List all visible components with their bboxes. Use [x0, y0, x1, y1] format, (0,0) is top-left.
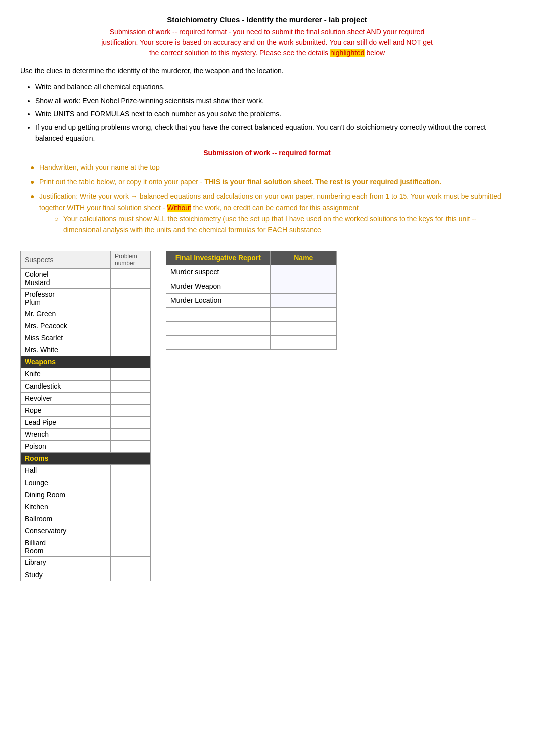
colonel-mustard-value[interactable]	[111, 268, 151, 288]
candlestick-label: Candlestick	[21, 380, 111, 392]
billiard-room-value[interactable]	[111, 537, 151, 556]
table-row: Lounge	[21, 477, 151, 489]
conservatory-label: Conservatory	[21, 525, 111, 537]
knife-label: Knife	[21, 368, 111, 380]
table-row: Kitchen	[21, 501, 151, 513]
rooms-section-header: Rooms	[21, 452, 151, 464]
library-value[interactable]	[111, 556, 151, 569]
table-row: Rope	[21, 404, 151, 416]
table-row: Dining Room	[21, 489, 151, 501]
murder-location-label: Murder Location	[166, 293, 271, 307]
ballroom-label: Ballroom	[21, 513, 111, 525]
colored-item-3: Justification: Write your work → balance…	[30, 191, 514, 236]
table-row: ProfessorPlum	[21, 288, 151, 308]
miss-scarlet-label: Miss Scarlet	[21, 332, 111, 344]
table-row-empty-1	[166, 307, 337, 321]
instruction-item-3: Write UNITS and FORMULAS next to each nu…	[35, 108, 514, 119]
rope-label: Rope	[21, 404, 111, 416]
table-row: Miss Scarlet	[21, 332, 151, 344]
murder-weapon-label: Murder Weapon	[166, 279, 271, 293]
page-title: Stoichiometry Clues - Identify the murde…	[20, 15, 514, 24]
poison-label: Poison	[21, 440, 111, 452]
without-highlight: Without	[167, 204, 191, 212]
table-row: Hall	[21, 464, 151, 477]
mrs-white-value[interactable]	[111, 344, 151, 356]
intro-text: Use the clues to determine the identity …	[20, 65, 514, 76]
left-table: Suspects Problem number ColonelMustard P…	[20, 251, 151, 581]
poison-value[interactable]	[111, 440, 151, 452]
instruction-item-2: Show all work: Even Nobel Prize-winning …	[35, 95, 514, 106]
suspects-weapons-rooms-table: Suspects Problem number ColonelMustard P…	[20, 251, 151, 581]
suspects-col-header: Suspects	[21, 251, 111, 268]
table-row: Murder Weapon	[166, 279, 337, 293]
empty-cell-4	[270, 321, 336, 335]
table-row: Ballroom	[21, 513, 151, 525]
empty-cell-2	[270, 307, 336, 321]
table-row: Library	[21, 556, 151, 569]
lead-pipe-label: Lead Pipe	[21, 416, 111, 428]
murder-suspect-input[interactable]	[270, 265, 336, 279]
lounge-label: Lounge	[21, 477, 111, 489]
miss-scarlet-value[interactable]	[111, 332, 151, 344]
billiard-room-label: BilliardRoom	[21, 537, 111, 556]
mrs-peacock-value[interactable]	[111, 320, 151, 332]
table-row: Poison	[21, 440, 151, 452]
table-row: Mrs. Peacock	[21, 320, 151, 332]
table-row-empty-3	[166, 335, 337, 349]
study-value[interactable]	[111, 569, 151, 581]
table-row: Wrench	[21, 428, 151, 440]
professor-plum-value[interactable]	[111, 288, 151, 308]
table-row: BilliardRoom	[21, 537, 151, 556]
dining-room-label: Dining Room	[21, 489, 111, 501]
mrs-white-label: Mrs. White	[21, 344, 111, 356]
library-label: Library	[21, 556, 111, 569]
instruction-list: Write and balance all chemical equations…	[35, 81, 514, 144]
right-table: Final Investigative Report Name Murder s…	[166, 251, 337, 350]
table-row: Revolver	[21, 392, 151, 404]
name-col-header: Name	[270, 251, 336, 265]
submission-note: Submission of work -- required format - …	[20, 27, 514, 58]
dining-room-value[interactable]	[111, 489, 151, 501]
candlestick-value[interactable]	[111, 380, 151, 392]
conservatory-value[interactable]	[111, 525, 151, 537]
colored-instruction-list: Handwritten, with your name at the top P…	[30, 162, 514, 235]
mr-green-value[interactable]	[111, 308, 151, 320]
submission-format-label: Submission of work -- required format	[20, 149, 514, 157]
rope-value[interactable]	[111, 404, 151, 416]
knife-value[interactable]	[111, 368, 151, 380]
table-row-empty-2	[166, 321, 337, 335]
murder-suspect-label: Murder suspect	[166, 265, 271, 279]
weapons-section-header: Weapons	[21, 356, 151, 368]
colonel-mustard-label: ColonelMustard	[21, 268, 111, 288]
hall-value[interactable]	[111, 464, 151, 477]
ballroom-value[interactable]	[111, 513, 151, 525]
empty-cell-1	[166, 307, 271, 321]
instruction-item-1: Write and balance all chemical equations…	[35, 81, 514, 92]
empty-cell-3	[166, 321, 271, 335]
lounge-value[interactable]	[111, 477, 151, 489]
table-row: Murder suspect	[166, 265, 337, 279]
sub-bullet-item-1: Your calculations must show ALL the stoi…	[54, 213, 514, 236]
empty-cell-5	[166, 335, 271, 349]
tables-section: Suspects Problem number ColonelMustard P…	[20, 251, 514, 581]
table-row: Knife	[21, 368, 151, 380]
wrench-label: Wrench	[21, 428, 111, 440]
study-label: Study	[21, 569, 111, 581]
table-row: ColonelMustard	[21, 268, 151, 288]
professor-plum-label: ProfessorPlum	[21, 288, 111, 308]
report-col-header: Final Investigative Report	[166, 251, 271, 265]
murder-weapon-input[interactable]	[270, 279, 336, 293]
colored-item-2: Print out the table below, or copy it on…	[30, 176, 514, 187]
lead-pipe-value[interactable]	[111, 416, 151, 428]
table-row: Candlestick	[21, 380, 151, 392]
table-row: Murder Location	[166, 293, 337, 307]
instruction-item-4: If you end up getting problems wrong, ch…	[35, 122, 514, 144]
revolver-value[interactable]	[111, 392, 151, 404]
investigative-report-table: Final Investigative Report Name Murder s…	[166, 251, 337, 350]
revolver-label: Revolver	[21, 392, 111, 404]
kitchen-label: Kitchen	[21, 501, 111, 513]
kitchen-value[interactable]	[111, 501, 151, 513]
murder-location-input[interactable]	[270, 293, 336, 307]
mrs-peacock-label: Mrs. Peacock	[21, 320, 111, 332]
wrench-value[interactable]	[111, 428, 151, 440]
